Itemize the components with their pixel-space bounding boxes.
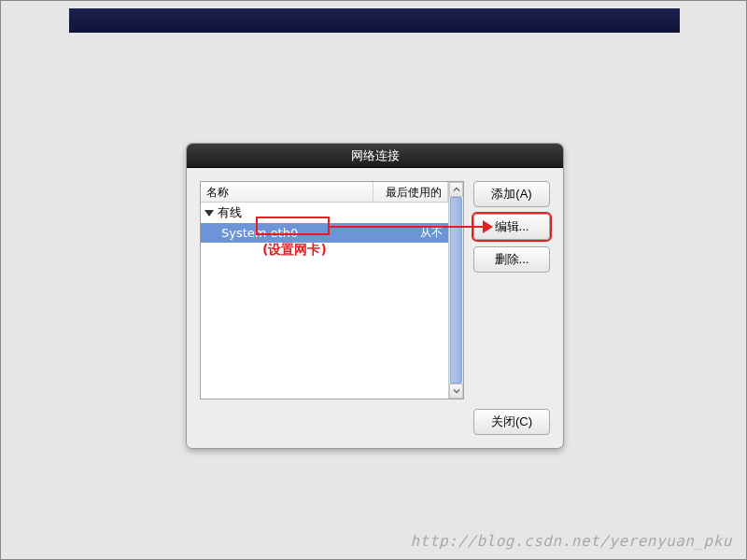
column-name[interactable]: 名称: [201, 182, 374, 202]
list-scrollbar[interactable]: [448, 182, 463, 399]
watermark: http://blog.csdn.net/yerenyuan_pku: [410, 532, 732, 550]
chevron-down-icon: [453, 387, 460, 395]
scroll-track[interactable]: [449, 197, 463, 384]
list-header: 名称 最后使用的: [201, 182, 448, 203]
scroll-up-button[interactable]: [449, 182, 463, 197]
dialog-title: 网络连接: [187, 144, 563, 168]
connection-list: 名称 最后使用的 有线 System eth0 从不: [200, 181, 464, 399]
content-row: 名称 最后使用的 有线 System eth0 从不: [200, 181, 550, 399]
annotation-item-highlight: [256, 217, 330, 235]
add-button[interactable]: 添加(A): [473, 181, 550, 207]
chevron-up-icon: [453, 186, 460, 193]
annotation-arrow-head-icon: [483, 220, 493, 233]
expand-triangle-icon: [204, 210, 214, 217]
annotation-arrow-line: [328, 226, 485, 228]
dialog-body: 名称 最后使用的 有线 System eth0 从不: [187, 168, 563, 448]
column-last-used[interactable]: 最后使用的: [374, 182, 448, 202]
group-label: 有线: [218, 204, 242, 221]
delete-button[interactable]: 删除...: [473, 246, 550, 273]
network-connections-dialog: 网络连接 名称 最后使用的 有线 System eth0 从不: [186, 143, 564, 449]
annotation-label-setup-nic: (设置网卡): [262, 242, 327, 259]
button-column: 添加(A) 编辑... 删除...: [473, 181, 550, 399]
scroll-down-button[interactable]: [449, 384, 463, 399]
footer-row: 关闭(C): [200, 409, 550, 435]
list-main: 名称 最后使用的 有线 System eth0 从不: [201, 182, 448, 399]
scroll-thumb[interactable]: [450, 197, 462, 384]
installer-top-bar: [69, 8, 680, 33]
close-button[interactable]: 关闭(C): [473, 409, 550, 435]
